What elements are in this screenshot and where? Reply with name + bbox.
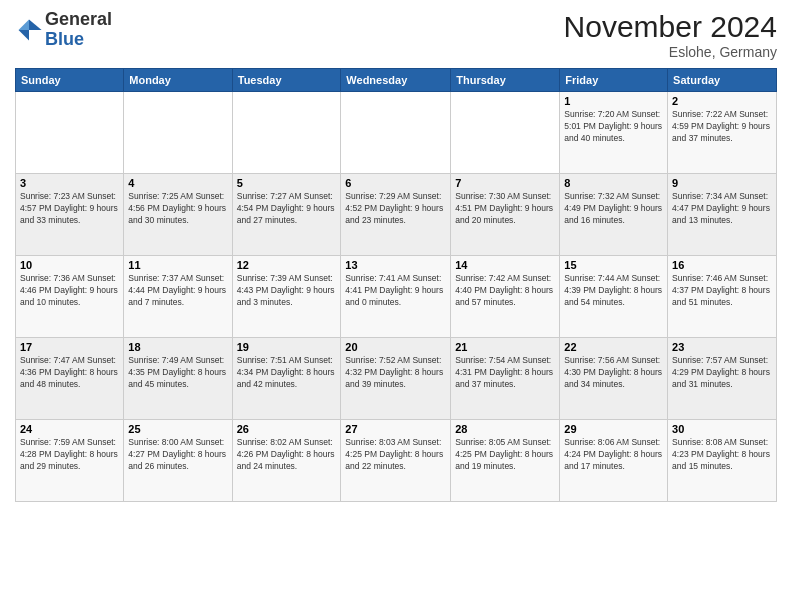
day-number: 15 [564, 259, 663, 271]
table-row [451, 92, 560, 174]
table-row: 5Sunrise: 7:27 AM Sunset: 4:54 PM Daylig… [232, 174, 341, 256]
day-number: 24 [20, 423, 119, 435]
day-info: Sunrise: 8:08 AM Sunset: 4:23 PM Dayligh… [672, 437, 772, 473]
col-monday: Monday [124, 69, 232, 92]
day-info: Sunrise: 7:44 AM Sunset: 4:39 PM Dayligh… [564, 273, 663, 309]
day-number: 19 [237, 341, 337, 353]
day-number: 10 [20, 259, 119, 271]
table-row: 23Sunrise: 7:57 AM Sunset: 4:29 PM Dayli… [668, 338, 777, 420]
table-row: 27Sunrise: 8:03 AM Sunset: 4:25 PM Dayli… [341, 420, 451, 502]
day-number: 5 [237, 177, 337, 189]
day-info: Sunrise: 7:27 AM Sunset: 4:54 PM Dayligh… [237, 191, 337, 227]
day-info: Sunrise: 7:47 AM Sunset: 4:36 PM Dayligh… [20, 355, 119, 391]
day-info: Sunrise: 7:52 AM Sunset: 4:32 PM Dayligh… [345, 355, 446, 391]
day-number: 28 [455, 423, 555, 435]
table-row: 30Sunrise: 8:08 AM Sunset: 4:23 PM Dayli… [668, 420, 777, 502]
day-info: Sunrise: 7:51 AM Sunset: 4:34 PM Dayligh… [237, 355, 337, 391]
day-info: Sunrise: 8:06 AM Sunset: 4:24 PM Dayligh… [564, 437, 663, 473]
calendar: Sunday Monday Tuesday Wednesday Thursday… [15, 68, 777, 502]
table-row: 10Sunrise: 7:36 AM Sunset: 4:46 PM Dayli… [16, 256, 124, 338]
day-number: 3 [20, 177, 119, 189]
table-row: 20Sunrise: 7:52 AM Sunset: 4:32 PM Dayli… [341, 338, 451, 420]
table-row: 24Sunrise: 7:59 AM Sunset: 4:28 PM Dayli… [16, 420, 124, 502]
day-info: Sunrise: 7:56 AM Sunset: 4:30 PM Dayligh… [564, 355, 663, 391]
day-info: Sunrise: 7:23 AM Sunset: 4:57 PM Dayligh… [20, 191, 119, 227]
day-number: 13 [345, 259, 446, 271]
logo-blue-text: Blue [45, 29, 84, 49]
day-info: Sunrise: 7:57 AM Sunset: 4:29 PM Dayligh… [672, 355, 772, 391]
day-number: 8 [564, 177, 663, 189]
table-row: 18Sunrise: 7:49 AM Sunset: 4:35 PM Dayli… [124, 338, 232, 420]
svg-marker-0 [29, 19, 42, 30]
day-number: 23 [672, 341, 772, 353]
table-row [232, 92, 341, 174]
table-row: 2Sunrise: 7:22 AM Sunset: 4:59 PM Daylig… [668, 92, 777, 174]
title-block: November 2024 Eslohe, Germany [564, 10, 777, 60]
day-info: Sunrise: 7:36 AM Sunset: 4:46 PM Dayligh… [20, 273, 119, 309]
day-number: 11 [128, 259, 227, 271]
day-number: 9 [672, 177, 772, 189]
table-row: 26Sunrise: 8:02 AM Sunset: 4:26 PM Dayli… [232, 420, 341, 502]
svg-marker-1 [19, 19, 30, 30]
table-row: 15Sunrise: 7:44 AM Sunset: 4:39 PM Dayli… [560, 256, 668, 338]
day-number: 29 [564, 423, 663, 435]
day-number: 30 [672, 423, 772, 435]
table-row: 19Sunrise: 7:51 AM Sunset: 4:34 PM Dayli… [232, 338, 341, 420]
day-number: 20 [345, 341, 446, 353]
table-row: 11Sunrise: 7:37 AM Sunset: 4:44 PM Dayli… [124, 256, 232, 338]
month-title: November 2024 [564, 10, 777, 44]
day-info: Sunrise: 7:25 AM Sunset: 4:56 PM Dayligh… [128, 191, 227, 227]
table-row: 21Sunrise: 7:54 AM Sunset: 4:31 PM Dayli… [451, 338, 560, 420]
table-row: 17Sunrise: 7:47 AM Sunset: 4:36 PM Dayli… [16, 338, 124, 420]
table-row: 7Sunrise: 7:30 AM Sunset: 4:51 PM Daylig… [451, 174, 560, 256]
col-sunday: Sunday [16, 69, 124, 92]
day-info: Sunrise: 7:37 AM Sunset: 4:44 PM Dayligh… [128, 273, 227, 309]
table-row: 13Sunrise: 7:41 AM Sunset: 4:41 PM Dayli… [341, 256, 451, 338]
day-info: Sunrise: 8:00 AM Sunset: 4:27 PM Dayligh… [128, 437, 227, 473]
table-row: 9Sunrise: 7:34 AM Sunset: 4:47 PM Daylig… [668, 174, 777, 256]
table-row: 29Sunrise: 8:06 AM Sunset: 4:24 PM Dayli… [560, 420, 668, 502]
day-number: 2 [672, 95, 772, 107]
day-number: 25 [128, 423, 227, 435]
page-container: General Blue November 2024 Eslohe, Germa… [0, 0, 792, 612]
day-info: Sunrise: 8:02 AM Sunset: 4:26 PM Dayligh… [237, 437, 337, 473]
svg-marker-2 [19, 30, 30, 41]
logo: General Blue [15, 10, 112, 50]
day-info: Sunrise: 7:59 AM Sunset: 4:28 PM Dayligh… [20, 437, 119, 473]
table-row: 16Sunrise: 7:46 AM Sunset: 4:37 PM Dayli… [668, 256, 777, 338]
col-friday: Friday [560, 69, 668, 92]
logo-icon [15, 16, 43, 44]
table-row: 3Sunrise: 7:23 AM Sunset: 4:57 PM Daylig… [16, 174, 124, 256]
col-wednesday: Wednesday [341, 69, 451, 92]
col-saturday: Saturday [668, 69, 777, 92]
day-number: 17 [20, 341, 119, 353]
day-info: Sunrise: 7:39 AM Sunset: 4:43 PM Dayligh… [237, 273, 337, 309]
day-number: 7 [455, 177, 555, 189]
table-row: 22Sunrise: 7:56 AM Sunset: 4:30 PM Dayli… [560, 338, 668, 420]
day-info: Sunrise: 7:20 AM Sunset: 5:01 PM Dayligh… [564, 109, 663, 145]
calendar-header: Sunday Monday Tuesday Wednesday Thursday… [16, 69, 777, 92]
day-number: 21 [455, 341, 555, 353]
day-info: Sunrise: 7:46 AM Sunset: 4:37 PM Dayligh… [672, 273, 772, 309]
table-row: 25Sunrise: 8:00 AM Sunset: 4:27 PM Dayli… [124, 420, 232, 502]
day-info: Sunrise: 7:30 AM Sunset: 4:51 PM Dayligh… [455, 191, 555, 227]
day-info: Sunrise: 7:32 AM Sunset: 4:49 PM Dayligh… [564, 191, 663, 227]
day-info: Sunrise: 7:49 AM Sunset: 4:35 PM Dayligh… [128, 355, 227, 391]
day-number: 26 [237, 423, 337, 435]
col-thursday: Thursday [451, 69, 560, 92]
table-row: 1Sunrise: 7:20 AM Sunset: 5:01 PM Daylig… [560, 92, 668, 174]
location: Eslohe, Germany [564, 44, 777, 60]
day-number: 1 [564, 95, 663, 107]
day-info: Sunrise: 7:42 AM Sunset: 4:40 PM Dayligh… [455, 273, 555, 309]
col-tuesday: Tuesday [232, 69, 341, 92]
day-number: 6 [345, 177, 446, 189]
day-number: 18 [128, 341, 227, 353]
day-number: 14 [455, 259, 555, 271]
table-row [16, 92, 124, 174]
day-info: Sunrise: 8:05 AM Sunset: 4:25 PM Dayligh… [455, 437, 555, 473]
day-info: Sunrise: 8:03 AM Sunset: 4:25 PM Dayligh… [345, 437, 446, 473]
table-row: 8Sunrise: 7:32 AM Sunset: 4:49 PM Daylig… [560, 174, 668, 256]
day-info: Sunrise: 7:54 AM Sunset: 4:31 PM Dayligh… [455, 355, 555, 391]
calendar-body: 1Sunrise: 7:20 AM Sunset: 5:01 PM Daylig… [16, 92, 777, 502]
day-info: Sunrise: 7:29 AM Sunset: 4:52 PM Dayligh… [345, 191, 446, 227]
